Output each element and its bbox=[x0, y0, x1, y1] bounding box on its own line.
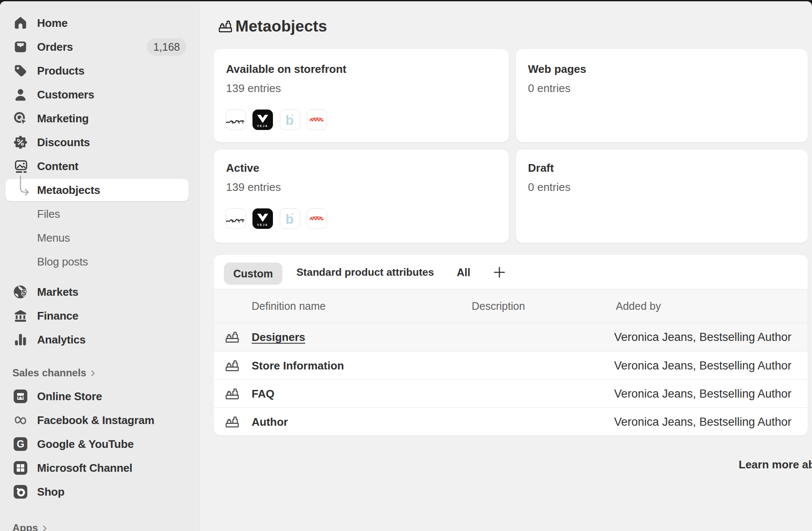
svg-text:VEJA: VEJA bbox=[257, 223, 268, 226]
svg-text:VEJA: VEJA bbox=[257, 124, 268, 127]
svg-text:$: $ bbox=[22, 288, 26, 297]
svg-text:G: G bbox=[17, 439, 24, 450]
